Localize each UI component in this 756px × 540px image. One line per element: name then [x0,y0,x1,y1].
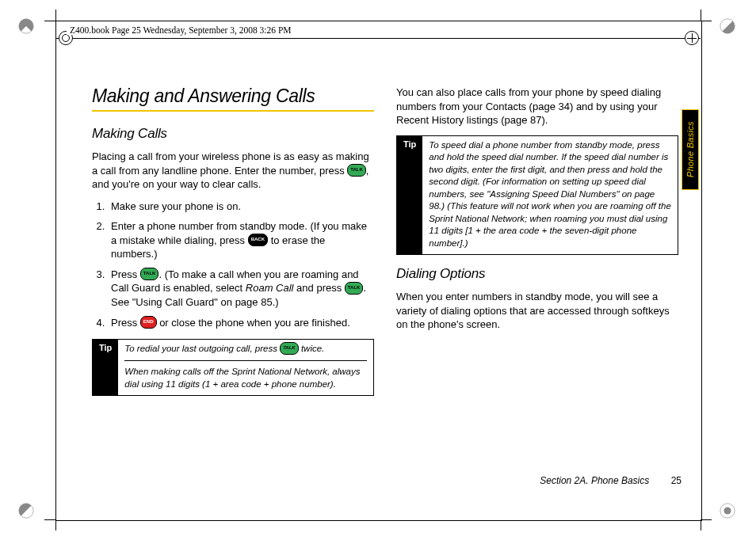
text: and press [294,282,345,294]
text: Press [111,317,140,329]
tip-label: Tip [397,136,422,255]
page-number: 25 [671,475,682,486]
text: twice. [299,344,325,353]
tip-row: When making calls off the Sprint Nationa… [124,360,367,390]
crop-tick [44,21,55,21]
step-1: Make sure your phone is on. [108,200,374,214]
talk-key-icon: TALK [280,342,299,355]
crop-tick [701,21,712,21]
text: Make sure your phone is on. [111,200,241,212]
crop-tick [701,519,701,530]
talk-key-icon: TALK [345,282,364,295]
footer-section: Section 2A. Phone Basics [540,475,649,486]
crop-tick [44,519,55,520]
page-footer: Section 2A. Phone Basics 25 [396,475,682,486]
text: To redial your last outgoing call, press [124,344,280,353]
step-2: Enter a phone number from standby mode. … [108,219,374,261]
running-header: Z400.book Page 25 Wednesday, September 3… [67,25,295,35]
text: Press [111,268,140,280]
title-underline [92,110,374,112]
binding-cross-icon [685,31,699,45]
registration-mark-icon [719,502,736,519]
text: Enter a phone number from standby mode. … [111,220,367,246]
crop-tick [55,10,56,21]
header-rule [55,38,701,39]
text: Placing a call from your wireless phone … [92,150,369,177]
steps-list: Make sure your phone is on. Enter a phon… [92,200,374,329]
svg-point-1 [19,19,33,33]
tip-row: To redial your last outgoing call, press… [124,343,367,356]
page-title: Making and Answering Calls [92,86,374,107]
tip-body: To speed dial a phone number from standb… [422,136,678,255]
left-column: Making and Answering Calls Making Calls … [92,86,374,407]
tip-body: To redial your last outgoing call, press… [118,340,373,395]
text: or close the phone when you are finished… [157,317,350,329]
registration-mark-icon [17,502,35,519]
tip-box-redial: Tip To redial your last outgoing call, p… [92,339,374,396]
svg-point-5 [724,507,731,514]
end-key-icon: END [140,316,157,329]
tip-label: Tip [93,340,118,395]
talk-key-icon: TALK [347,164,366,177]
right-column: You can also place calls from your phone… [396,86,678,407]
section-heading-making-calls: Making Calls [92,126,374,142]
step-4: Press END or close the phone when you ar… [108,316,374,330]
talk-key-icon: TALK [140,268,159,280]
page-content: Making and Answering Calls Making Calls … [92,86,678,407]
section-heading-dialing-options: Dialing Options [396,266,678,282]
step-3: Press TALK. (To make a call when you are… [108,268,374,310]
speed-dial-paragraph: You can also place calls from your phone… [396,86,678,127]
intro-paragraph: Placing a call from your wireless phone … [92,150,374,192]
back-key-icon: BACK [248,234,268,246]
tip-box-speed-dial: Tip To speed dial a phone number from st… [396,135,678,256]
crop-tick [701,519,712,520]
roam-call-label: Roam Call [246,282,294,294]
dialing-options-paragraph: When you enter numbers in standby mode, … [396,290,678,332]
crop-tick [55,519,56,530]
section-tab: Phone Basics [682,109,699,190]
crop-tick [701,10,701,21]
registration-mark-icon [719,17,736,35]
tip-row: To speed dial a phone number from standb… [429,139,671,250]
registration-mark-icon [17,17,35,35]
